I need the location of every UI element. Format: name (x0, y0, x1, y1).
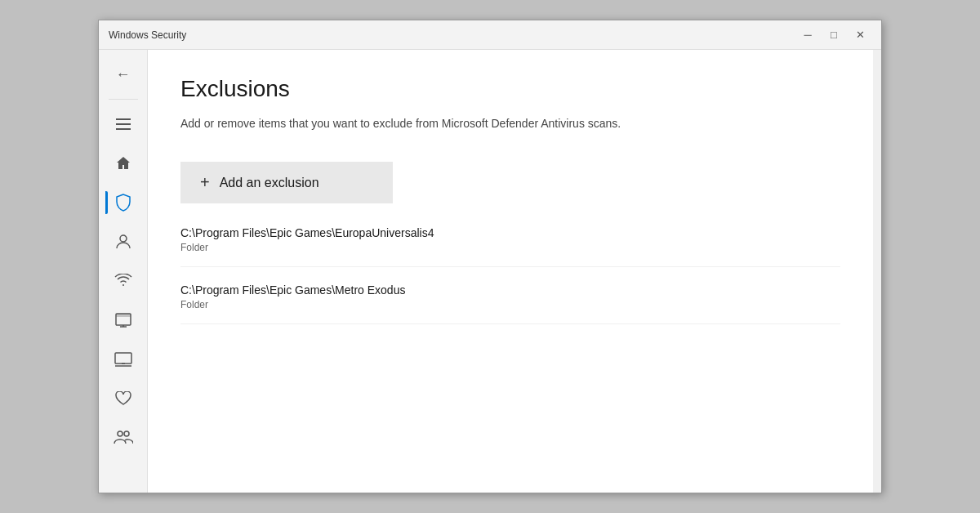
title-bar: Windows Security ─ □ ✕ (99, 20, 881, 50)
window-body: ← (99, 50, 881, 493)
minimize-button[interactable]: ─ (796, 26, 819, 44)
device-icon[interactable] (105, 341, 141, 377)
plus-icon: + (200, 173, 210, 192)
family-icon[interactable] (105, 420, 141, 456)
svg-rect-0 (116, 118, 131, 120)
page-title: Exclusions (180, 76, 840, 102)
exclusion-path-2: C:\Program Files\Epic Games\Metro Exodus (180, 283, 840, 297)
svg-rect-8 (115, 353, 131, 364)
exclusion-item-1: C:\Program Files\Epic Games\EuropaUniver… (180, 226, 840, 267)
exclusion-type-2: Folder (180, 299, 840, 310)
page-description: Add or remove items that you want to exc… (180, 115, 687, 132)
network-icon[interactable] (105, 263, 141, 299)
exclusion-item-2: C:\Program Files\Epic Games\Metro Exodus… (180, 283, 840, 324)
app-browser-icon[interactable] (105, 302, 141, 338)
window-controls: ─ □ ✕ (796, 26, 871, 44)
add-exclusion-label: Add an exclusion (220, 176, 319, 190)
hamburger-icon[interactable] (105, 106, 141, 142)
windows-security-window: Windows Security ─ □ ✕ ← (98, 20, 882, 493)
back-icon[interactable]: ← (105, 56, 141, 92)
exclusion-type-1: Folder (180, 242, 840, 253)
svg-rect-1 (116, 123, 131, 125)
maximize-button[interactable]: □ (822, 26, 845, 44)
svg-rect-5 (116, 314, 131, 317)
svg-point-11 (118, 431, 122, 436)
svg-rect-2 (116, 128, 131, 130)
sidebar-divider-1 (109, 99, 138, 100)
main-content: Exclusions Add or remove items that you … (148, 50, 873, 493)
account-icon[interactable] (105, 224, 141, 260)
close-button[interactable]: ✕ (849, 26, 871, 44)
home-icon[interactable] (105, 145, 141, 181)
add-exclusion-button[interactable]: + Add an exclusion (180, 162, 393, 203)
scrollbar[interactable] (873, 50, 881, 493)
svg-point-3 (120, 235, 127, 242)
shield-icon[interactable] (105, 185, 141, 221)
window-title: Windows Security (109, 29, 186, 41)
svg-point-12 (124, 431, 129, 436)
heart-icon[interactable] (105, 381, 141, 417)
exclusion-path-1: C:\Program Files\Epic Games\EuropaUniver… (180, 226, 840, 239)
sidebar: ← (99, 50, 148, 493)
